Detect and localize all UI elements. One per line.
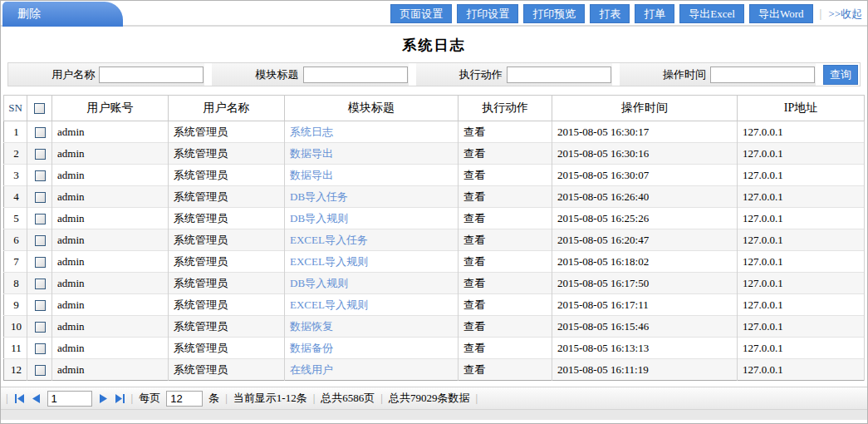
row-select-cell [27, 143, 52, 165]
row-ip: 127.0.0.1 [738, 359, 865, 381]
row-checkbox[interactable] [35, 279, 46, 289]
per-page-input[interactable] [166, 391, 203, 407]
row-ip: 127.0.0.1 [738, 273, 865, 294]
page-number-input[interactable] [47, 391, 92, 407]
row-action: 查看 [459, 229, 552, 251]
row-checkbox[interactable] [35, 300, 46, 311]
row-module-link[interactable]: EXCEL导入任务 [290, 234, 368, 246]
print-preview-button[interactable]: 打印预览 [523, 4, 585, 23]
row-account: admin [52, 273, 169, 294]
column-header-account: 用户账号 [52, 96, 169, 121]
log-table-wrap: SN 用户账号 用户名称 模块标题 执行动作 操作时间 IP地址 1 admin… [3, 95, 865, 381]
row-checkbox[interactable] [35, 343, 46, 354]
row-module-link[interactable]: 数据导出 [290, 147, 333, 160]
row-checkbox[interactable] [35, 149, 46, 160]
action-filter-label: 执行动作 [459, 67, 507, 82]
row-time: 2015-08-05 16:26:40 [552, 186, 738, 208]
row-module-link[interactable]: DB导入规则 [290, 212, 348, 224]
per-page-unit: 条 [208, 391, 219, 406]
delete-tab-label: 删除 [17, 7, 41, 20]
row-checkbox[interactable] [35, 192, 46, 203]
row-module-link[interactable]: 数据恢复 [290, 320, 333, 333]
row-module-link[interactable]: 在线用户 [290, 363, 333, 376]
print-setup-button[interactable]: 打印设置 [457, 4, 518, 23]
row-ip: 127.0.0.1 [738, 186, 865, 208]
row-checkbox[interactable] [35, 365, 46, 376]
pagination-bar: | | 每页 条 | 当前显示1-12条 | 总共6586页 | 总共79029… [1, 387, 867, 409]
row-module-link[interactable]: DB导入任务 [290, 190, 348, 203]
export-word-button[interactable]: 导出Word [749, 4, 813, 23]
column-header-name: 用户名称 [169, 96, 285, 121]
row-module-link[interactable]: 系统日志 [290, 126, 333, 138]
time-filter-input[interactable] [710, 67, 815, 83]
row-name: 系统管理员 [169, 316, 285, 338]
table-row: 3 admin 系统管理员 数据导出 查看 2015-08-05 16:30:0… [4, 165, 865, 186]
row-name: 系统管理员 [169, 165, 285, 186]
module-filter-label: 模块标题 [256, 67, 303, 82]
next-page-icon[interactable] [98, 393, 109, 404]
row-name: 系统管理员 [169, 359, 285, 381]
delete-tab[interactable]: 删除 [2, 2, 123, 27]
last-page-icon[interactable] [115, 393, 125, 404]
select-all-checkbox[interactable] [34, 103, 45, 114]
per-page-label: 每页 [139, 391, 160, 406]
row-action: 查看 [459, 251, 552, 273]
row-select-cell [27, 273, 52, 294]
table-row: 11 admin 系统管理员 数据备份 查看 2015-08-05 16:13:… [4, 338, 865, 359]
prev-page-icon[interactable] [31, 393, 42, 404]
page-title: 系统日志 [403, 37, 466, 53]
row-ip: 127.0.0.1 [738, 294, 865, 316]
page-setup-button[interactable]: 页面设置 [390, 4, 452, 23]
row-time: 2015-08-05 16:17:11 [552, 294, 738, 316]
username-filter-input[interactable] [99, 67, 204, 83]
row-time: 2015-08-05 16:13:13 [552, 338, 738, 359]
row-select-cell [27, 338, 52, 359]
row-sn: 3 [4, 165, 27, 186]
row-action: 查看 [459, 208, 552, 229]
row-checkbox[interactable] [35, 127, 46, 138]
print-sheet-button[interactable]: 打单 [635, 4, 674, 23]
row-sn: 6 [4, 229, 27, 251]
column-header-ip: IP地址 [738, 96, 865, 121]
print-table-button[interactable]: 打表 [590, 4, 630, 23]
row-module-cell: 数据导出 [285, 143, 459, 165]
row-sn: 2 [4, 143, 27, 165]
table-row: 1 admin 系统管理员 系统日志 查看 2015-08-05 16:30:1… [4, 121, 865, 143]
row-action: 查看 [459, 338, 552, 359]
row-checkbox[interactable] [35, 214, 46, 224]
collapse-link[interactable]: >>收起 [828, 7, 862, 22]
first-page-icon[interactable] [14, 393, 25, 404]
row-module-cell: DB导入规则 [285, 208, 459, 229]
row-module-link[interactable]: 数据备份 [290, 342, 333, 354]
row-module-cell: DB导入规则 [285, 273, 459, 294]
row-checkbox[interactable] [35, 257, 46, 268]
pager-divider: | [475, 392, 478, 405]
row-name: 系统管理员 [169, 294, 285, 316]
row-name: 系统管理员 [169, 251, 285, 273]
filter-cell-username: 用户名称 [8, 63, 204, 86]
row-module-link[interactable]: EXCEL导入规则 [290, 255, 368, 268]
row-sn: 1 [4, 121, 27, 143]
search-button[interactable]: 查询 [823, 65, 858, 85]
export-excel-button[interactable]: 导出Excel [679, 4, 744, 23]
row-account: admin [52, 165, 169, 186]
row-module-link[interactable]: EXCEL导入规则 [290, 298, 368, 311]
row-name: 系统管理员 [169, 208, 285, 229]
row-checkbox[interactable] [35, 235, 46, 246]
row-checkbox[interactable] [35, 322, 46, 333]
row-module-link[interactable]: DB导入规则 [290, 277, 348, 289]
username-filter-label: 用户名称 [51, 67, 99, 82]
row-module-link[interactable]: 数据导出 [290, 169, 333, 181]
row-sn: 7 [4, 251, 27, 273]
bottom-strip [1, 409, 867, 420]
row-checkbox[interactable] [35, 170, 46, 181]
pager-divider: | [380, 392, 383, 405]
row-account: admin [52, 186, 169, 208]
module-filter-input[interactable] [303, 67, 408, 83]
action-filter-input[interactable] [507, 67, 611, 83]
column-header-time: 操作时间 [552, 96, 738, 121]
total-records-text: 总共79029条数据 [389, 391, 470, 406]
row-sn: 4 [4, 186, 27, 208]
row-module-cell: 系统日志 [285, 121, 459, 143]
table-row: 12 admin 系统管理员 在线用户 查看 2015-08-05 16:11:… [4, 359, 865, 381]
